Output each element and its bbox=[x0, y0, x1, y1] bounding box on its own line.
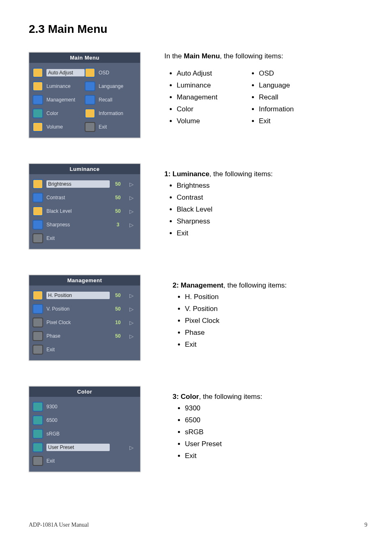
blacklevel-icon bbox=[32, 206, 43, 216]
osd-item-value: 50 bbox=[110, 208, 126, 214]
osd-item-label: Exit bbox=[46, 347, 110, 352]
vpos-icon bbox=[32, 304, 43, 314]
list-item: Auto Adjust bbox=[177, 68, 247, 80]
osd-item-value: 50 bbox=[110, 306, 126, 312]
osd-row[interactable]: sRGB bbox=[32, 428, 137, 440]
osd-row[interactable]: VolumeExit bbox=[32, 121, 137, 133]
list-item: Exit bbox=[259, 115, 294, 127]
osd-item-label: Exit bbox=[46, 458, 110, 464]
exit-icon bbox=[32, 233, 43, 243]
intro-suffix: , the following items: bbox=[210, 170, 273, 178]
osd-row[interactable]: User Preset▷ bbox=[32, 441, 137, 454]
list-item: Sharpness bbox=[177, 216, 367, 228]
osd-row[interactable]: Exit bbox=[32, 343, 137, 356]
intro-suffix: , the following items: bbox=[199, 393, 262, 401]
list-item: Color bbox=[177, 104, 247, 115]
intro-suffix: , the following items: bbox=[224, 281, 287, 289]
osd-row[interactable]: 6500 bbox=[32, 414, 137, 426]
intro-suffix: , the following items: bbox=[220, 52, 283, 60]
chevron-right-icon: ▷ bbox=[126, 320, 137, 326]
osd-item-label: Exit bbox=[46, 235, 110, 241]
osd-item-label: Color bbox=[46, 111, 85, 116]
osd-row[interactable]: H. Position50▷ bbox=[32, 289, 137, 302]
osd-row[interactable]: V. Position50▷ bbox=[32, 303, 137, 315]
osd-item-value: 3 bbox=[110, 222, 126, 228]
osd-row[interactable]: ColorInformation bbox=[32, 107, 137, 120]
management-intro: 2: Management, the following items: bbox=[173, 281, 367, 290]
osd-row[interactable]: Brightness50▷ bbox=[32, 178, 137, 190]
page-footer: ADP-1081A User Manual 9 bbox=[29, 522, 367, 528]
list-item: OSD bbox=[259, 68, 294, 80]
osd-item-label: Sharpness bbox=[46, 222, 110, 228]
list-item: H. Position bbox=[185, 291, 367, 303]
osd-row[interactable]: Pixel Clock10▷ bbox=[32, 316, 137, 329]
osd-item-label: Contrast bbox=[46, 195, 110, 200]
luminance-intro: 1: Luminance, the following items: bbox=[164, 170, 367, 178]
exit-icon bbox=[85, 122, 95, 132]
bright-icon bbox=[32, 179, 43, 189]
osd-title: Luminance bbox=[29, 164, 140, 174]
chevron-right-icon: ▷ bbox=[126, 333, 137, 339]
list-item: Brightness bbox=[177, 180, 367, 192]
osd-item-label: Brightness bbox=[46, 180, 110, 188]
vol-icon bbox=[32, 122, 43, 132]
osd-luminance: Luminance Brightness50▷Contrast50▷Black … bbox=[29, 164, 141, 249]
chevron-right-icon: ▷ bbox=[126, 222, 137, 228]
list-item: Exit bbox=[177, 228, 367, 240]
osd-item-label: Auto Adjust bbox=[46, 69, 85, 76]
main-menu-intro: In the Main Menu, the following items: bbox=[164, 52, 367, 60]
chevron-right-icon: ▷ bbox=[126, 208, 137, 214]
osd-item-label: Luminance bbox=[46, 83, 85, 89]
intro-prefix: 3: bbox=[173, 393, 181, 401]
osd-row[interactable]: Black Level50▷ bbox=[32, 205, 137, 217]
list-item: 6500 bbox=[185, 415, 367, 426]
chevron-right-icon: ▷ bbox=[126, 195, 137, 201]
sharp-icon bbox=[32, 220, 43, 230]
osd-row[interactable]: 9300 bbox=[32, 401, 137, 413]
osd-row[interactable]: Exit bbox=[32, 232, 137, 244]
osd-item-label: sRGB bbox=[46, 431, 110, 437]
list-item: Exit bbox=[185, 339, 367, 351]
lum-icon bbox=[32, 81, 43, 91]
block-luminance: Luminance Brightness50▷Contrast50▷Black … bbox=[29, 164, 367, 258]
osd-item-label: Management bbox=[46, 97, 85, 103]
contrast-icon bbox=[32, 193, 43, 203]
osd-item-label: Languange bbox=[99, 83, 137, 89]
osd-row[interactable]: Phase50▷ bbox=[32, 330, 137, 342]
osd-row[interactable]: Contrast50▷ bbox=[32, 191, 137, 204]
osd-row[interactable]: Sharpness3▷ bbox=[32, 219, 137, 231]
footer-left: ADP-1081A User Manual bbox=[29, 522, 89, 528]
management-items-list: H. PositionV. PositionPixel ClockPhaseEx… bbox=[173, 291, 367, 350]
chevron-right-icon: ▷ bbox=[126, 292, 137, 299]
osd-management: Management H. Position50▷V. Position50▷P… bbox=[29, 275, 141, 361]
mgmt-icon bbox=[32, 95, 43, 105]
list-item: Volume bbox=[177, 115, 247, 127]
osd-row[interactable]: Exit bbox=[32, 455, 137, 467]
c1-icon bbox=[32, 402, 43, 412]
osd-item-value: 50 bbox=[110, 181, 126, 187]
osd-item-label: H. Position bbox=[46, 292, 110, 299]
list-item: Language bbox=[259, 80, 294, 92]
osd-item-label: 9300 bbox=[46, 404, 110, 410]
osd-item-value: 50 bbox=[110, 292, 126, 298]
osd-item-label: Recall bbox=[99, 97, 137, 103]
auto-icon bbox=[32, 68, 43, 78]
osd-item-value: 50 bbox=[110, 195, 126, 200]
osd-item-label: Pixel Clock bbox=[46, 320, 110, 325]
block-color: Color 93006500sRGBUser Preset▷Exit 3: Co… bbox=[29, 386, 367, 481]
osd-item-label: Volume bbox=[46, 124, 85, 130]
lang-icon bbox=[85, 81, 95, 91]
phase-icon bbox=[32, 331, 43, 341]
osd-row[interactable]: LuminanceLanguange bbox=[32, 80, 137, 92]
osd-item-label: Exit bbox=[99, 124, 137, 130]
osd-item-value: 50 bbox=[110, 333, 126, 339]
osd-color: Color 93006500sRGBUser Preset▷Exit bbox=[29, 386, 141, 472]
luminance-items-list: BrightnessContrastBlack LevelSharpnessEx… bbox=[164, 180, 367, 239]
osd-icon bbox=[85, 68, 95, 78]
osd-main-menu: Main Menu Auto AdjustOSDLuminanceLanguan… bbox=[29, 52, 141, 138]
list-item: Exit bbox=[185, 450, 367, 462]
osd-row[interactable]: ManagementRecall bbox=[32, 94, 137, 106]
list-item: Luminance bbox=[177, 80, 247, 92]
osd-row[interactable]: Auto AdjustOSD bbox=[32, 67, 137, 79]
osd-title: Main Menu bbox=[29, 53, 140, 63]
